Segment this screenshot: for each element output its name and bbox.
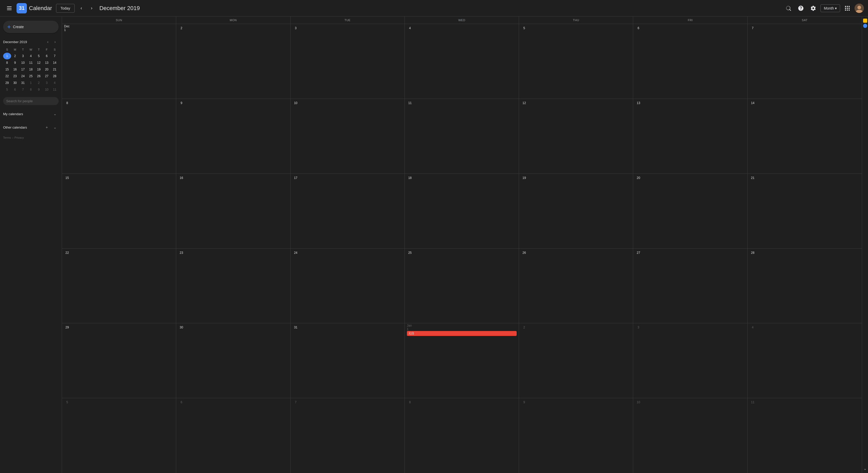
mini-cal-day[interactable]: 1 [27, 79, 35, 86]
calendar-cell[interactable]: 2 [176, 24, 290, 99]
cell-date-number[interactable]: 12 [521, 100, 527, 106]
calendar-cell[interactable]: 9 [519, 398, 633, 473]
cell-date-number[interactable]: 31 [293, 324, 299, 331]
calendar-cell[interactable]: 30 [176, 323, 290, 398]
cell-date-number[interactable]: 21 [750, 175, 756, 181]
calendar-cell[interactable]: 12 [519, 99, 633, 173]
mini-cal-day[interactable]: 9 [35, 86, 43, 93]
mini-cal-day[interactable]: 6 [43, 53, 51, 59]
help-button[interactable] [796, 3, 806, 13]
mini-cal-day[interactable]: 21 [51, 66, 59, 73]
my-calendars-expand-button[interactable]: ⌄ [52, 110, 59, 117]
calendar-cell[interactable]: 7 [748, 24, 862, 99]
terms-link[interactable]: Terms [3, 136, 11, 139]
cell-date-number[interactable]: Dec 1 [64, 25, 70, 31]
calendar-cell[interactable]: 8 [62, 99, 176, 173]
cell-date-number[interactable]: 6 [178, 399, 184, 405]
mini-cal-day[interactable]: 11 [27, 59, 35, 66]
cell-date-number[interactable]: 10 [293, 100, 299, 106]
apps-button[interactable] [842, 3, 852, 13]
mini-cal-day[interactable]: 1 [3, 53, 11, 59]
mini-cal-day[interactable]: 27 [43, 73, 51, 79]
mini-cal-day[interactable]: 9 [11, 59, 19, 66]
mini-cal-day[interactable]: 20 [43, 66, 51, 73]
cell-date-number[interactable]: 5 [64, 399, 70, 405]
calendar-cell[interactable]: 18 [405, 174, 519, 248]
mini-cal-day[interactable]: 28 [51, 73, 59, 79]
cell-date-number[interactable]: 30 [178, 324, 184, 331]
mini-cal-prev-button[interactable]: ‹ [44, 38, 52, 45]
calendar-cell[interactable]: 4 [748, 323, 862, 398]
cell-date-number[interactable]: 11 [407, 100, 413, 106]
mini-cal-day[interactable]: 30 [11, 79, 19, 86]
cell-date-number[interactable]: 11 [750, 399, 756, 405]
calendar-event[interactable]: 元日 [407, 331, 517, 336]
mini-cal-day[interactable]: 4 [27, 53, 35, 59]
calendar-cell[interactable]: 11 [748, 398, 862, 473]
cell-date-number[interactable]: 14 [750, 100, 756, 106]
mini-cal-day[interactable]: 7 [19, 86, 27, 93]
mini-cal-day[interactable]: 7 [51, 53, 59, 59]
calendar-cell[interactable]: 20 [633, 174, 747, 248]
mini-cal-day[interactable]: 10 [43, 86, 51, 93]
mini-cal-day[interactable]: 4 [51, 79, 59, 86]
calendar-cell[interactable]: 5 [519, 24, 633, 99]
cell-date-number[interactable]: 4 [750, 324, 756, 331]
cell-date-number[interactable]: 8 [64, 100, 70, 106]
cell-date-number[interactable]: 17 [293, 175, 299, 181]
calendar-cell[interactable]: 24 [291, 249, 405, 323]
mini-cal-day[interactable]: 6 [11, 86, 19, 93]
calendar-cell[interactable]: 17 [291, 174, 405, 248]
calendar-cell[interactable]: 2 [519, 323, 633, 398]
mini-cal-day[interactable]: 14 [51, 59, 59, 66]
cell-date-number[interactable]: 4 [407, 25, 413, 31]
cell-date-number[interactable]: 23 [178, 250, 184, 256]
mini-cal-day[interactable]: 15 [3, 66, 11, 73]
calendar-cell[interactable]: 21 [748, 174, 862, 248]
cell-date-number[interactable]: 5 [521, 25, 527, 31]
mini-cal-day[interactable]: 18 [27, 66, 35, 73]
add-other-calendar-button[interactable]: + [43, 124, 51, 131]
calendar-cell[interactable]: 25 [405, 249, 519, 323]
cell-date-number[interactable]: 18 [407, 175, 413, 181]
cell-date-number[interactable]: 29 [64, 324, 70, 331]
mini-cal-day[interactable]: 29 [3, 79, 11, 86]
mini-cal-day[interactable]: 25 [27, 73, 35, 79]
mini-cal-day[interactable]: 13 [43, 59, 51, 66]
calendar-cell[interactable]: 19 [519, 174, 633, 248]
cell-date-number[interactable]: 3 [635, 324, 642, 331]
other-calendars-expand-button[interactable]: ⌄ [52, 124, 59, 131]
calendar-cell[interactable]: 10 [633, 398, 747, 473]
scroll-down-indicator[interactable]: ⌄ [863, 466, 867, 473]
mini-cal-day[interactable]: 24 [19, 73, 27, 79]
cell-date-number[interactable]: Jan 1 [407, 324, 413, 331]
settings-button[interactable] [808, 3, 818, 13]
mini-cal-day[interactable]: 5 [3, 86, 11, 93]
calendar-cell[interactable]: 11 [405, 99, 519, 173]
mini-cal-day[interactable]: 11 [51, 86, 59, 93]
cell-date-number[interactable]: 7 [293, 399, 299, 405]
cell-date-number[interactable]: 2 [521, 324, 527, 331]
mini-cal-day[interactable]: 2 [11, 53, 19, 59]
cell-date-number[interactable]: 28 [750, 250, 756, 256]
cell-date-number[interactable]: 27 [635, 250, 642, 256]
cell-date-number[interactable]: 24 [293, 250, 299, 256]
calendar-cell[interactable]: 22 [62, 249, 176, 323]
calendar-cell[interactable]: 6 [633, 24, 747, 99]
calendar-cell[interactable]: 26 [519, 249, 633, 323]
mini-cal-day[interactable]: 5 [35, 53, 43, 59]
cell-date-number[interactable]: 25 [407, 250, 413, 256]
calendar-cell[interactable]: 10 [291, 99, 405, 173]
calendar-cell[interactable]: 4 [405, 24, 519, 99]
cell-date-number[interactable]: 3 [293, 25, 299, 31]
calendar-cell[interactable]: 31 [291, 323, 405, 398]
search-button[interactable] [783, 3, 794, 13]
next-month-button[interactable]: › [87, 4, 96, 13]
cell-date-number[interactable]: 19 [521, 175, 527, 181]
cell-date-number[interactable]: 7 [750, 25, 756, 31]
prev-month-button[interactable]: ‹ [77, 4, 86, 13]
today-button[interactable]: Today [56, 4, 74, 13]
mini-cal-day[interactable]: 3 [19, 53, 27, 59]
calendar-cell[interactable]: 3 [633, 323, 747, 398]
search-people-input[interactable] [3, 97, 59, 105]
